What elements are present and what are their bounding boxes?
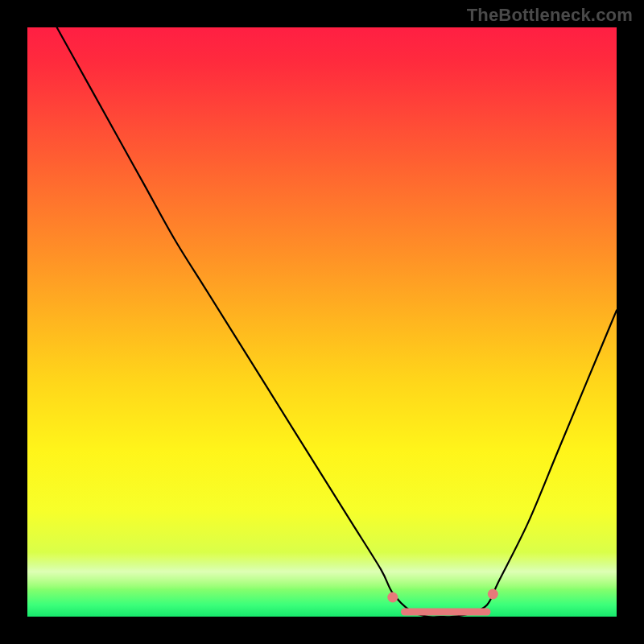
bottleneck-curve-path xyxy=(57,27,617,617)
plot-area xyxy=(27,27,617,617)
flat-region-dot xyxy=(387,592,398,603)
chart-frame: TheBottleneck.com xyxy=(0,0,644,644)
watermark-text: TheBottleneck.com xyxy=(467,5,633,26)
curve-layer xyxy=(27,27,617,617)
flat-region-markers xyxy=(387,589,498,613)
flat-region-dot xyxy=(488,589,498,600)
